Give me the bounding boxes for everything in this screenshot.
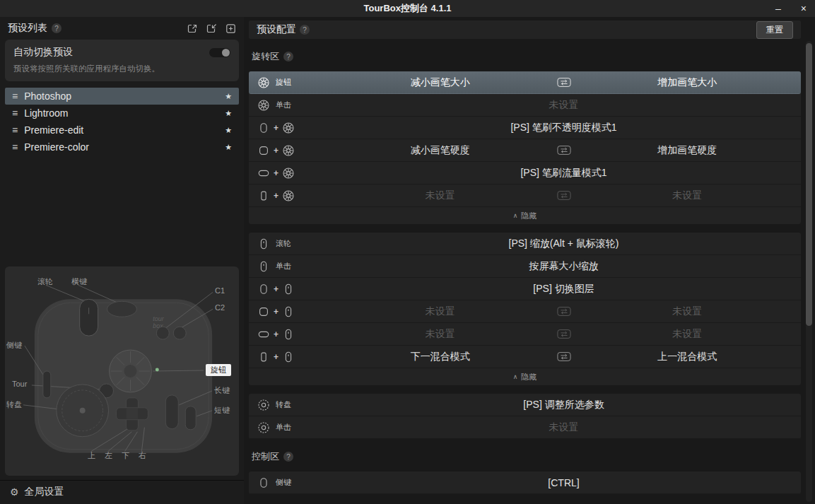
row-button-combo: 转盘 — [257, 399, 332, 411]
preset-item[interactable]: ≡Premiere-edit★ — [5, 122, 239, 139]
config-row[interactable]: +未设置未设置 — [249, 323, 801, 346]
scrollbar-thumb[interactable] — [806, 43, 812, 326]
preset-name: Premiere-color — [24, 141, 218, 153]
help-icon[interactable]: ? — [283, 452, 293, 462]
config-row[interactable]: 旋钮减小画笔大小增加画笔大小 — [249, 71, 801, 94]
reverse-direction-icon[interactable] — [549, 145, 580, 156]
action-value[interactable]: [CTRL] — [332, 477, 795, 488]
action-value-right[interactable]: 未设置 — [580, 305, 796, 318]
row-label: 单击 — [276, 100, 291, 110]
config-row[interactable]: 转盘[PS] 调整所选参数 — [249, 394, 801, 416]
action-value-right[interactable]: 增加画笔大小 — [580, 76, 796, 89]
action-value-right[interactable]: 未设置 — [580, 328, 796, 341]
help-icon[interactable]: ? — [283, 52, 293, 61]
export-preset-icon[interactable] — [187, 23, 198, 34]
label-side-key: 侧键 — [6, 340, 22, 351]
row-actions: [PS] 笔刷不透明度模式1 — [332, 122, 795, 134]
close-button[interactable]: × — [801, 4, 807, 13]
action-value[interactable]: [PS] 笔刷不透明度模式1 — [332, 122, 795, 134]
help-icon[interactable]: ? — [52, 23, 61, 33]
collapse-button[interactable]: ∧隐藏 — [249, 368, 801, 385]
config-row[interactable]: 单击未设置 — [249, 416, 801, 439]
config-row[interactable]: 单击按屏幕大小缩放 — [249, 255, 801, 278]
action-value-left[interactable]: 未设置 — [332, 328, 549, 341]
label-long-key: 长键 — [214, 385, 230, 396]
top-button-icon — [257, 144, 270, 157]
star-icon[interactable]: ★ — [225, 126, 232, 135]
dial-icon — [257, 399, 270, 411]
row-actions: 未设置未设置 — [332, 328, 795, 341]
dial-icon — [257, 421, 270, 434]
label-dpad-right: 右 — [139, 450, 146, 461]
plus-icon: + — [274, 284, 278, 294]
action-value-left[interactable]: 减小画笔大小 — [332, 76, 549, 89]
auto-switch-label: 自动切换预设 — [13, 46, 73, 59]
plus-icon: + — [274, 307, 278, 317]
action-value-right[interactable]: 增加画笔硬度 — [580, 144, 796, 157]
minimize-button[interactable]: – — [775, 4, 781, 13]
drag-handle-icon: ≡ — [12, 141, 18, 153]
row-label: 滚轮 — [276, 238, 291, 249]
collapse-button[interactable]: ∧隐藏 — [249, 207, 801, 224]
action-value[interactable]: [PS] 缩放(Alt + 鼠标滚轮) — [332, 238, 795, 250]
action-value-right[interactable]: 未设置 — [580, 189, 796, 202]
plus-icon: + — [274, 123, 278, 133]
preset-item[interactable]: ≡Premiere-color★ — [5, 139, 239, 156]
config-group: 旋钮减小画笔大小增加画笔大小单击未设置+[PS] 笔刷不透明度模式1+减小画笔硬… — [249, 71, 801, 224]
reverse-direction-icon[interactable] — [549, 306, 580, 317]
reset-button[interactable]: 重置 — [756, 21, 793, 39]
reverse-direction-icon[interactable] — [549, 351, 580, 362]
config-row[interactable]: +下一混合模式上一混合模式 — [249, 346, 801, 368]
auto-switch-toggle[interactable] — [209, 48, 230, 57]
chevron-up-icon: ∧ — [513, 373, 518, 380]
long-button-icon — [257, 167, 270, 180]
config-row[interactable]: 单击未设置 — [249, 94, 801, 117]
reverse-direction-icon[interactable] — [549, 77, 580, 88]
action-value-left[interactable]: 未设置 — [332, 189, 549, 202]
config-row[interactable]: +[PS] 切换图层 — [249, 278, 801, 300]
action-value[interactable]: 按屏幕大小缩放 — [332, 260, 795, 273]
config-row[interactable]: 滚轮[PS] 缩放(Alt + 鼠标滚轮) — [249, 233, 801, 255]
preset-item[interactable]: ≡Photoshop★ — [5, 88, 239, 105]
global-settings-button[interactable]: ⚙ 全局设置 — [0, 480, 244, 503]
reverse-direction-icon[interactable] — [549, 329, 580, 339]
config-row[interactable]: +[PS] 笔刷流量模式1 — [249, 162, 801, 184]
row-button-combo: + — [257, 328, 332, 341]
action-value-left[interactable]: 未设置 — [332, 305, 549, 318]
action-value[interactable]: 未设置 — [332, 421, 795, 434]
scrollbar[interactable] — [806, 41, 812, 502]
row-actions: 未设置 — [332, 99, 795, 112]
window-title: TourBox控制台 4.1.1 — [363, 2, 451, 15]
preset-item[interactable]: ≡Lightroom★ — [5, 105, 239, 122]
action-value-left[interactable]: 减小画笔硬度 — [332, 144, 549, 157]
config-row[interactable]: +减小画笔硬度增加画笔硬度 — [249, 139, 801, 162]
row-button-combo: 滚轮 — [257, 238, 332, 250]
scroll-wheel-icon — [282, 351, 295, 363]
star-icon[interactable]: ★ — [225, 143, 232, 152]
config-row[interactable]: +未设置未设置 — [249, 184, 801, 207]
config-row[interactable]: +未设置未设置 — [249, 300, 801, 323]
preset-name: Premiere-edit — [24, 124, 218, 136]
add-preset-icon[interactable] — [225, 23, 236, 34]
star-icon[interactable]: ★ — [225, 92, 232, 101]
action-value[interactable]: [PS] 笔刷流量模式1 — [332, 167, 795, 180]
reverse-direction-icon[interactable] — [549, 190, 580, 201]
config-row[interactable]: +[PS] 笔刷不透明度模式1 — [249, 117, 801, 139]
row-button-combo: + — [257, 283, 332, 295]
preset-name: Lightroom — [24, 107, 218, 119]
action-value-right[interactable]: 上一混合模式 — [580, 351, 796, 363]
star-icon[interactable]: ★ — [225, 109, 232, 118]
action-value[interactable]: [PS] 切换图层 — [332, 283, 795, 295]
action-value-left[interactable]: 下一混合模式 — [332, 351, 549, 363]
action-value[interactable]: 未设置 — [332, 99, 795, 112]
sidebar: 预设列表 ? 自动切换预设 — [0, 17, 244, 504]
action-value[interactable]: [PS] 调整所选参数 — [332, 399, 795, 411]
import-preset-icon[interactable] — [206, 23, 217, 34]
row-actions: 未设置 — [332, 421, 795, 434]
help-icon[interactable]: ? — [300, 25, 310, 35]
gear-icon: ⚙ — [10, 486, 19, 498]
long-button-icon — [257, 328, 270, 341]
row-actions: [PS] 缩放(Alt + 鼠标滚轮) — [332, 238, 795, 250]
side-button-icon — [257, 476, 270, 489]
config-row[interactable]: 侧键[CTRL] — [249, 471, 801, 494]
